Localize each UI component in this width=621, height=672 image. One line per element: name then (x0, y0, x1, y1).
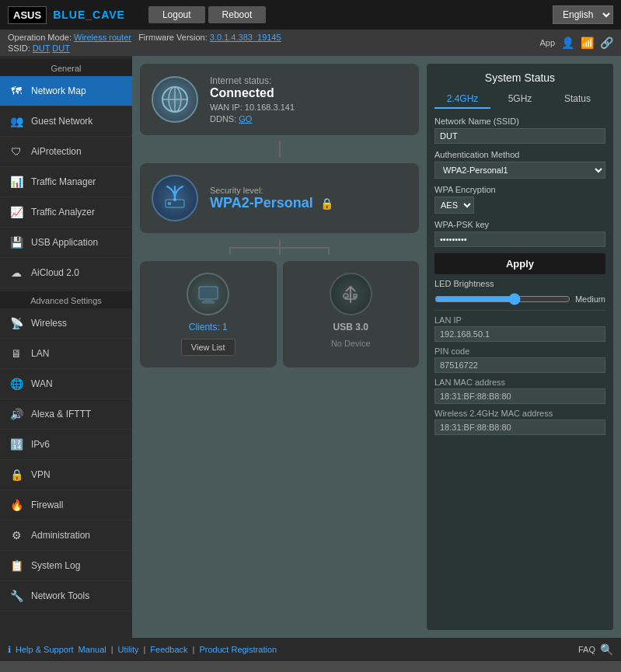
svg-rect-9 (202, 301, 215, 303)
ssid-link[interactable]: DUT (33, 44, 50, 53)
firmware-link[interactable]: 3.0.1.4.383_19145 (210, 33, 281, 42)
product-reg-link[interactable]: Product Registration (199, 645, 277, 654)
auth-method-label: Authentication Method (434, 150, 605, 159)
view-list-button[interactable]: View List (181, 339, 235, 356)
sidebar-label-ai-protection: AiProtection (31, 146, 82, 157)
sidebar-label-wan: WAN (31, 378, 53, 389)
sidebar-label-wireless: Wireless (31, 318, 67, 329)
user-icon[interactable]: 👤 (561, 37, 574, 49)
sidebar-item-wireless[interactable]: 📡 Wireless (0, 308, 132, 339)
asus-logo: ASUS (8, 6, 47, 24)
sidebar-label-traffic-analyzer: Traffic Analyzer (31, 207, 95, 218)
lan-mac-value: 18:31:BF:88:B8:80 (434, 388, 605, 404)
sidebar-item-lan[interactable]: 🖥 LAN (0, 339, 132, 369)
wireless-mac-value: 18:31:BF:88:B8:80 (434, 420, 605, 435)
system-status-tabs: 2.4GHz 5GHz Status (434, 90, 605, 109)
search-icon[interactable]: 🔍 (600, 643, 613, 656)
wireless-icon: 📡 (8, 315, 25, 332)
guest-network-icon: 👥 (8, 113, 25, 130)
security-value: WPA2-Personal 🔒 (210, 195, 333, 211)
sidebar-label-traffic-manager: Traffic Manager (31, 176, 96, 187)
sidebar-item-wan[interactable]: 🌐 WAN (0, 369, 132, 399)
info-bar-left: Operation Mode: Wireless router Firmware… (8, 33, 281, 53)
feedback-link[interactable]: Feedback (150, 645, 187, 654)
tab-5ghz[interactable]: 5GHz (492, 90, 548, 109)
network-map-icon: 🗺 (8, 82, 25, 99)
help-support-link[interactable]: Help & Support (16, 645, 74, 654)
wpa-enc-select[interactable]: AES (434, 197, 474, 214)
wifi-icon[interactable]: 📶 (581, 37, 594, 49)
header: ASUS BLUE_CAVE Logout Reboot English (0, 0, 621, 30)
sidebar-item-traffic-analyzer[interactable]: 📈 Traffic Analyzer (0, 197, 132, 228)
wan-ip-info: WAN IP: 10.168.3.141 (210, 103, 295, 112)
connector-line-1 (279, 141, 281, 157)
internet-box: Internet status: Connected WAN IP: 10.16… (140, 64, 419, 135)
lan-icon: 🖥 (8, 345, 25, 362)
sidebar-item-alexa[interactable]: 🔊 Alexa & IFTTT (0, 399, 132, 430)
sidebar-label-network-map: Network Map (31, 85, 86, 96)
share-icon[interactable]: 🔗 (600, 37, 613, 49)
sidebar-item-usb-application[interactable]: 💾 USB Application (0, 228, 132, 258)
sidebar-item-ai-protection[interactable]: 🛡 AiProtection (0, 137, 132, 167)
sidebar-item-ipv6[interactable]: 🔢 IPv6 (0, 430, 132, 460)
operation-mode-link[interactable]: Wireless router (74, 33, 131, 42)
network-name-input[interactable] (434, 128, 605, 144)
firewall-icon: 🔥 (8, 496, 25, 514)
ddns-info: DDNS: GO (210, 114, 295, 124)
sidebar-item-vpn[interactable]: 🔒 VPN (0, 460, 132, 490)
info-bar-right: App 👤 📶 🔗 (539, 37, 613, 49)
sidebar-label-usb-application: USB Application (31, 237, 98, 248)
sidebar-item-aicloud[interactable]: ☁ AiCloud 2.0 (0, 258, 132, 288)
network-name-label: Network Name (SSID) (434, 117, 605, 126)
internet-icon (152, 76, 198, 123)
operation-mode-info: Operation Mode: Wireless router Firmware… (8, 33, 281, 42)
system-status-title: System Status (434, 71, 605, 84)
led-value: Medium (575, 294, 605, 304)
sidebar-label-system-log: System Log (31, 560, 80, 571)
sidebar-item-network-map[interactable]: 🗺 Network Map (0, 76, 132, 106)
router-box: Security level: WPA2-Personal 🔒 (140, 163, 419, 233)
sidebar-item-traffic-manager[interactable]: 📊 Traffic Manager (0, 167, 132, 197)
led-slider[interactable] (434, 293, 570, 305)
ddns-link[interactable]: GO (239, 114, 252, 124)
logout-button[interactable]: Logout (148, 6, 205, 23)
pin-label: PIN code (434, 346, 605, 356)
reboot-button[interactable]: Reboot (208, 6, 267, 23)
sidebar-item-network-tools[interactable]: 🔧 Network Tools (0, 581, 132, 611)
sidebar-item-system-log[interactable]: 📋 System Log (0, 551, 132, 581)
ssid-link2[interactable]: DUT (52, 44, 70, 53)
lan-ip-value: 192.168.50.1 (434, 326, 605, 342)
sidebar-item-administration[interactable]: ⚙ Administration (0, 521, 132, 551)
content-area: Internet status: Connected WAN IP: 10.16… (132, 56, 621, 638)
clients-number: 1 (222, 322, 228, 333)
sidebar-label-network-tools: Network Tools (31, 590, 89, 601)
router-icon (152, 175, 198, 221)
internet-status-label: Internet status: (210, 75, 295, 86)
wpa-psk-label: WPA-PSK key (434, 220, 605, 229)
ipv6-icon: 🔢 (8, 436, 25, 453)
svg-rect-5 (168, 202, 171, 205)
traffic-manager-icon: 📊 (8, 173, 25, 190)
sidebar-item-firewall[interactable]: 🔥 Firewall (0, 490, 132, 521)
wpa-psk-input[interactable] (434, 232, 605, 247)
main-layout: General 🗺 Network Map 👥 Guest Network 🛡 … (0, 56, 621, 638)
led-slider-row: Medium (434, 293, 605, 305)
auth-method-row: WPA2-Personal1 (434, 162, 605, 179)
svg-rect-7 (199, 287, 218, 299)
led-brightness-row: LED Brightness (434, 279, 605, 288)
clients-icon (187, 273, 229, 315)
usb-label: USB 3.0 (333, 322, 368, 333)
language-select[interactable]: English (553, 5, 613, 24)
h-connector (140, 239, 419, 255)
tab-status[interactable]: Status (549, 90, 605, 109)
lock-icon: 🔒 (320, 197, 333, 210)
utility-link[interactable]: Utility (118, 645, 139, 654)
apply-button[interactable]: Apply (434, 253, 605, 274)
tab-2ghz[interactable]: 2.4GHz (434, 90, 490, 109)
sidebar-item-guest-network[interactable]: 👥 Guest Network (0, 106, 132, 137)
traffic-analyzer-icon: 📈 (8, 204, 25, 221)
manual-link[interactable]: Manual (78, 645, 106, 654)
bottom-row: Clients: 1 View List (140, 261, 419, 367)
sidebar-label-aicloud: AiCloud 2.0 (31, 267, 79, 278)
auth-method-select[interactable]: WPA2-Personal1 (434, 162, 605, 179)
